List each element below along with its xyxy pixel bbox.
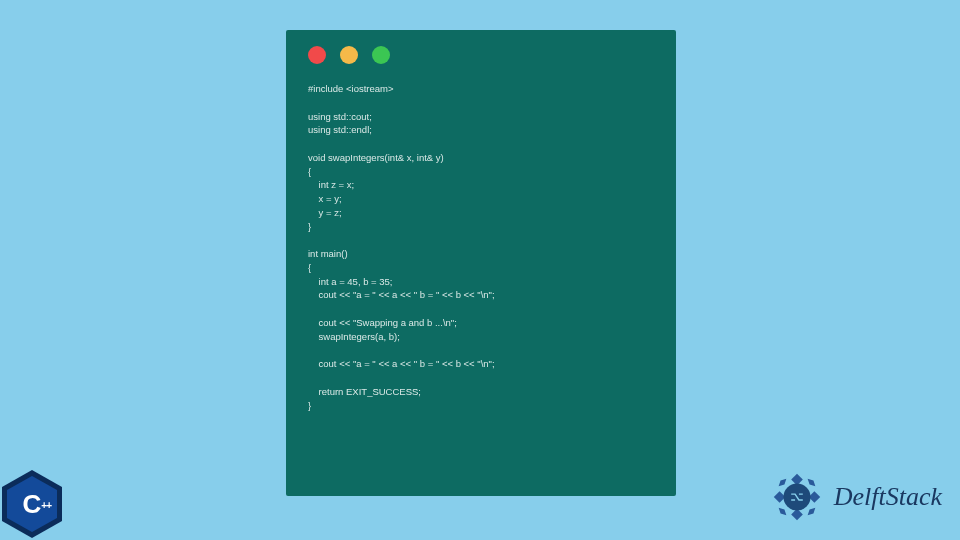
svg-marker-6 — [778, 508, 786, 516]
cpp-hex-inner: C ++ — [7, 476, 57, 532]
code-window: #include <iostream> using std::cout; usi… — [286, 30, 676, 496]
brand-text: DelftStack — [834, 482, 942, 512]
cpp-badge: C ++ — [2, 470, 70, 538]
brand-logo-icon — [768, 468, 826, 526]
svg-marker-7 — [778, 479, 786, 487]
cpp-letter: C — [23, 491, 42, 517]
code-content: #include <iostream> using std::cout; usi… — [286, 72, 676, 434]
cpp-hex-outer: C ++ — [2, 470, 62, 538]
close-dot — [308, 46, 326, 64]
maximize-dot — [372, 46, 390, 64]
svg-marker-5 — [807, 508, 815, 516]
cpp-plus: ++ — [41, 500, 51, 511]
brand: DelftStack — [768, 468, 942, 526]
minimize-dot — [340, 46, 358, 64]
svg-marker-4 — [807, 479, 815, 487]
window-controls — [286, 30, 676, 72]
